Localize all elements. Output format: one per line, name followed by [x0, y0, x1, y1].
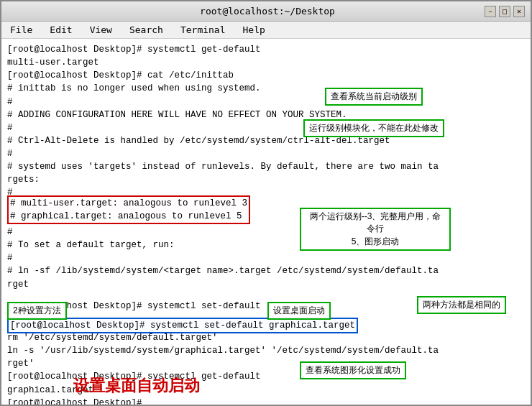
runlevel-lines: # multi-user.target: analogous to runlev…: [10, 197, 247, 223]
minimize-button[interactable]: －: [485, 6, 496, 17]
window-title: root@localhost:~/Desktop: [50, 6, 485, 17]
window-controls: － □ ✕: [485, 6, 525, 17]
annotation-4: 2种设置方法: [7, 302, 67, 320]
runlevel-highlight: # multi-user.target: analogous to runlev…: [7, 195, 250, 224]
annotation-1: 查看系统当前启动级别: [325, 88, 423, 106]
terminal-body[interactable]: [root@localhost Desktop]# systemctl get-…: [1, 39, 531, 405]
menu-file[interactable]: File: [7, 23, 35, 37]
maximize-button[interactable]: □: [499, 6, 510, 17]
big-label: 设置桌面自动启动: [73, 374, 200, 397]
annotation-5: 设置桌面启动: [267, 302, 331, 320]
menu-terminal[interactable]: Terminal: [178, 23, 229, 37]
annotation-6: 两种方法都是相同的: [417, 296, 506, 314]
terminal-output: [root@localhost Desktop]# systemctl get-…: [7, 43, 525, 200]
annotation-7: 查看系统图形化设置成功: [300, 361, 406, 379]
menu-help[interactable]: Help: [240, 23, 268, 37]
close-button[interactable]: ✕: [513, 6, 525, 17]
menu-search[interactable]: Search: [127, 23, 166, 37]
annotation-2: 运行级别模块化，不能在此处修改: [303, 119, 444, 137]
menu-bar: File Edit View Search Terminal Help: [1, 22, 531, 39]
title-bar: root@localhost:~/Desktop － □ ✕: [1, 1, 531, 22]
terminal-window: root@localhost:~/Desktop － □ ✕ File Edit…: [0, 0, 532, 406]
annotation-3: 两个运行级别--3、完整用户用，命令行5、图形启动: [300, 208, 451, 251]
menu-edit[interactable]: Edit: [47, 23, 75, 37]
menu-view[interactable]: View: [87, 23, 115, 37]
set-default-line: [root@localhost Desktop]# systemctl set-…: [10, 319, 355, 332]
